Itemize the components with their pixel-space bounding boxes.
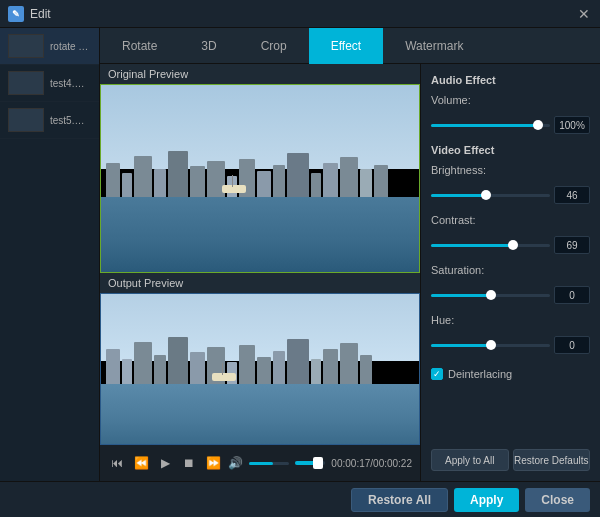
volume-bar[interactable]: [249, 462, 289, 465]
tab-effect[interactable]: Effect: [309, 28, 383, 64]
out-bld-1: [106, 349, 120, 387]
saturation-slider-container: 0: [431, 286, 590, 304]
brightness-row: Brightness:: [431, 164, 590, 176]
prev-frame-button[interactable]: ⏪: [132, 454, 150, 472]
saturation-fill: [431, 294, 491, 297]
progress-bar[interactable]: [295, 461, 325, 465]
time-display: 00:00:17/00:00:22: [331, 458, 412, 469]
contrast-value[interactable]: 69: [554, 236, 590, 254]
brightness-slider-container: 46: [431, 186, 590, 204]
sidebar-thumb-1: [8, 71, 44, 95]
original-preview-section: Original Preview: [100, 64, 420, 273]
sidebar-item-1[interactable]: test4.M2TS: [0, 65, 99, 102]
next-frame-button[interactable]: ⏩: [204, 454, 222, 472]
saturation-label: Saturation:: [431, 264, 496, 276]
bld-12: [287, 153, 309, 201]
sidebar-label-2: test5.MTS: [50, 115, 91, 126]
bld-14: [323, 163, 338, 201]
close-button[interactable]: Close: [525, 488, 590, 512]
close-button[interactable]: ✕: [576, 6, 592, 22]
right-panel: Audio Effect Volume: 100% Video Effect B…: [420, 64, 600, 481]
progress-handle[interactable]: [313, 457, 323, 469]
contrast-label: Contrast:: [431, 214, 496, 226]
bld-4: [154, 169, 166, 201]
out-bld-14: [323, 349, 338, 387]
volume-bar-fill: [249, 462, 273, 465]
hue-slider-container: 0: [431, 336, 590, 354]
tab-watermark[interactable]: Watermark: [383, 28, 485, 64]
restore-all-button[interactable]: Restore All: [351, 488, 448, 512]
volume-slider[interactable]: [431, 124, 550, 127]
output-preview-video: [100, 293, 420, 446]
stop-button[interactable]: ⏹: [180, 454, 198, 472]
volume-label: Volume:: [431, 94, 496, 106]
original-boat: [222, 185, 246, 193]
preview-area: Original Preview: [100, 64, 420, 481]
out-bld-16: [360, 355, 372, 387]
apply-button[interactable]: Apply: [454, 488, 519, 512]
deinterlacing-row: ✓ Deinterlacing: [431, 368, 590, 380]
sidebar-label-0: rotate 90°89...: [50, 41, 91, 52]
saturation-row: Saturation:: [431, 264, 590, 276]
contrast-thumb[interactable]: [508, 240, 518, 250]
sidebar-item-2[interactable]: test5.MTS: [0, 102, 99, 139]
original-preview-video: [100, 84, 420, 273]
volume-thumb[interactable]: [533, 120, 543, 130]
original-water: [101, 197, 419, 272]
output-water: [101, 384, 419, 444]
tab-3d[interactable]: 3D: [179, 28, 238, 64]
contrast-slider-row: 69: [431, 236, 590, 254]
tab-crop[interactable]: Crop: [239, 28, 309, 64]
hue-fill: [431, 344, 491, 347]
bld-1: [106, 163, 120, 201]
original-buildings: [101, 145, 419, 201]
brightness-slider-row: 46: [431, 186, 590, 204]
apply-to-all-button[interactable]: Apply to All: [431, 449, 509, 471]
out-bld-10: [257, 357, 271, 387]
hue-thumb[interactable]: [486, 340, 496, 350]
saturation-slider-row: 0: [431, 286, 590, 304]
bld-16: [360, 169, 372, 201]
brightness-thumb[interactable]: [481, 190, 491, 200]
out-bld-15: [340, 343, 358, 387]
saturation-thumb[interactable]: [486, 290, 496, 300]
output-preview-label: Output Preview: [100, 273, 420, 293]
volume-slider-container: 100%: [431, 116, 590, 134]
out-bld-12: [287, 339, 309, 387]
saturation-slider[interactable]: [431, 294, 550, 297]
bld-3: [134, 156, 152, 201]
bld-17: [374, 165, 388, 201]
contrast-slider-container: 69: [431, 236, 590, 254]
contrast-slider[interactable]: [431, 244, 550, 247]
hue-value[interactable]: 0: [554, 336, 590, 354]
saturation-value[interactable]: 0: [554, 286, 590, 304]
bld-9: [239, 159, 255, 201]
bld-11: [273, 165, 285, 201]
out-bld-11: [273, 351, 285, 387]
bld-15: [340, 157, 358, 201]
hue-slider[interactable]: [431, 344, 550, 347]
window-icon: ✎: [8, 6, 24, 22]
sidebar-item-0[interactable]: rotate 90°89...: [0, 28, 99, 65]
output-boat: [212, 373, 236, 381]
output-video-scene: [101, 294, 419, 445]
restore-defaults-button[interactable]: Restore Defaults: [513, 449, 591, 471]
out-bld-3: [134, 342, 152, 387]
skip-start-button[interactable]: ⏮: [108, 454, 126, 472]
deinterlacing-label: Deinterlacing: [448, 368, 512, 380]
out-bld-13: [311, 359, 321, 387]
volume-value[interactable]: 100%: [554, 116, 590, 134]
brightness-slider[interactable]: [431, 194, 550, 197]
deinterlacing-checkbox[interactable]: ✓: [431, 368, 443, 380]
hue-slider-row: 0: [431, 336, 590, 354]
contrast-row: Contrast:: [431, 214, 590, 226]
out-bld-6: [190, 352, 205, 387]
bld-5: [168, 151, 188, 201]
brightness-value[interactable]: 46: [554, 186, 590, 204]
bottom-bar: Restore All Apply Close: [0, 481, 600, 517]
tab-rotate[interactable]: Rotate: [100, 28, 179, 64]
play-button[interactable]: ▶: [156, 454, 174, 472]
volume-fill: [431, 124, 538, 127]
sidebar-label-1: test4.M2TS: [50, 78, 91, 89]
panel-button-row: Apply to All Restore Defaults: [431, 449, 590, 471]
